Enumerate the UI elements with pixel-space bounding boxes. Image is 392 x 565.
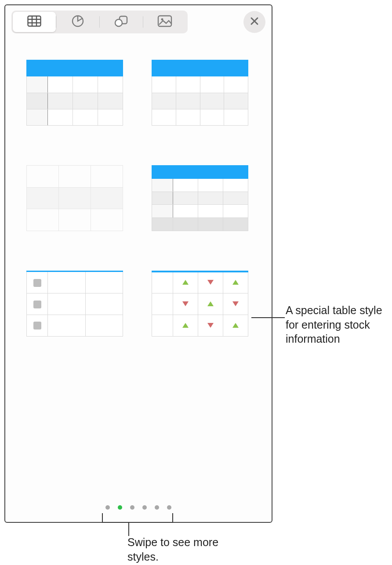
- close-icon: [250, 16, 259, 28]
- table-styles-panel: [4, 4, 272, 523]
- table-style-blue[interactable]: [152, 60, 248, 126]
- piechart-icon: [71, 14, 84, 29]
- pagination-dots: [105, 505, 171, 510]
- tab-charts[interactable]: [56, 12, 99, 32]
- image-icon: [157, 15, 172, 29]
- callout-leader-line: [172, 513, 173, 523]
- panel-toolbar: [5, 5, 272, 38]
- triangle-up-icon: [232, 323, 239, 328]
- page-dot-4[interactable]: [142, 505, 147, 510]
- svg-rect-0: [28, 16, 41, 26]
- table-style-blue-footer[interactable]: [152, 165, 248, 231]
- callout-leader-line: [128, 523, 129, 536]
- checkbox-icon: [33, 322, 41, 330]
- page-dot-1[interactable]: [105, 505, 110, 510]
- callout-leader-line: [251, 317, 285, 318]
- table-style-stock[interactable]: [152, 271, 248, 337]
- triangle-up-icon: [232, 280, 239, 285]
- triangle-up-icon: [182, 280, 189, 285]
- tab-media[interactable]: [143, 12, 186, 32]
- triangle-down-icon: [207, 280, 214, 285]
- triangle-down-icon: [182, 301, 189, 306]
- callout-leader-line: [102, 513, 103, 523]
- table-style-checklist[interactable]: [26, 271, 123, 337]
- triangle-down-icon: [232, 301, 239, 306]
- page-dot-5[interactable]: [155, 505, 159, 510]
- shapes-icon: [114, 14, 129, 29]
- svg-point-7: [115, 19, 122, 26]
- page-dot-6[interactable]: [167, 505, 171, 510]
- callout-stock-style: A special table style for entering stock…: [286, 303, 389, 346]
- triangle-down-icon: [207, 323, 214, 328]
- page-dot-3[interactable]: [130, 505, 134, 510]
- close-button[interactable]: [243, 11, 265, 33]
- callout-swipe-hint: Swipe to see more styles.: [127, 535, 242, 564]
- callout-leader-line: [102, 522, 172, 523]
- triangle-up-icon: [182, 323, 189, 328]
- checkbox-icon: [33, 279, 41, 287]
- table-style-blue-rowcol[interactable]: [26, 60, 123, 126]
- triangle-up-icon: [207, 301, 214, 306]
- tab-tables[interactable]: [13, 12, 56, 32]
- tab-shapes[interactable]: [100, 12, 143, 32]
- insert-category-segment: [11, 11, 188, 33]
- page-dot-2[interactable]: [118, 505, 122, 510]
- table-style-plain[interactable]: [26, 165, 123, 231]
- table-styles-grid: [5, 38, 272, 337]
- checkbox-icon: [33, 301, 41, 308]
- table-icon: [27, 15, 41, 29]
